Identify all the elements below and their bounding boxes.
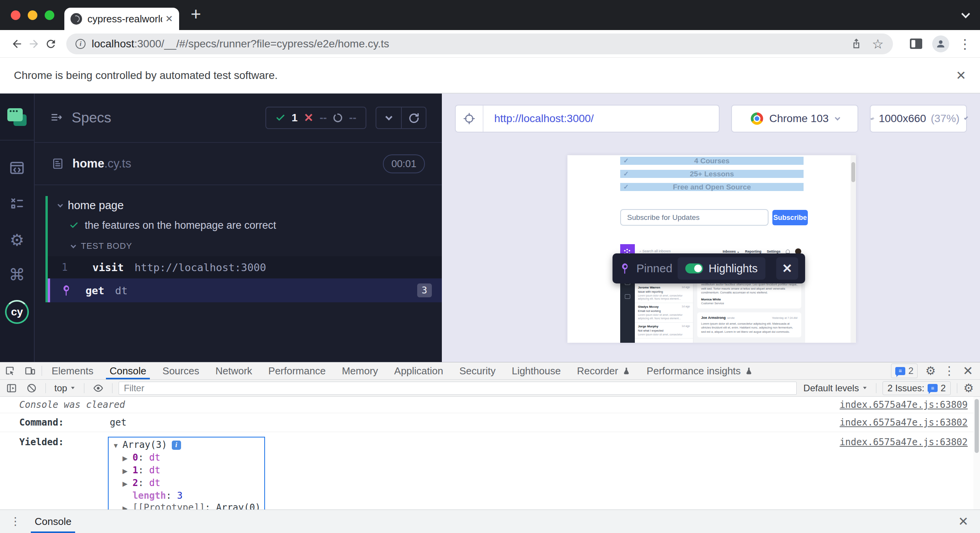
tab-performance-insights[interactable]: Performance insights [639,362,761,379]
list-item[interactable]: Gladys Mccoy1d ago Email not working Lor… [635,303,693,323]
browser-selector[interactable]: Chrome 103 [731,105,858,132]
browser-tab[interactable]: cypress-realworld-testing-cou ✕ [64,8,179,30]
spec-file-row[interactable]: home.cy.ts 00:01 [35,143,442,185]
tooltip-close-button[interactable]: ✕ [776,257,798,280]
reload-button[interactable] [42,35,59,52]
aut-scrollbar-thumb[interactable] [851,162,855,182]
settings-gear-icon[interactable]: ⚙ [10,232,24,248]
command-row-get-pinned[interactable]: get dt 3 [48,278,442,302]
viewport-selector[interactable]: 1000x660 (37%) [870,105,967,132]
devtools-menu-icon[interactable]: ⋮ [943,365,955,377]
browser-menu-icon[interactable]: ⋮ [958,37,972,50]
console-sidebar-icon[interactable] [4,380,19,396]
tab-search-chevron-icon[interactable] [962,10,970,18]
side-panel-icon[interactable] [910,39,922,49]
test-results-icon[interactable] [9,196,25,212]
tab-elements[interactable]: Elements [44,362,101,379]
drawer-close-icon[interactable]: ✕ [958,515,968,528]
close-window-button[interactable] [11,10,20,20]
tab-performance[interactable]: Performance [260,362,334,379]
clear-console-icon[interactable] [24,380,39,396]
nav-inboxes[interactable]: Inboxes ⌄ [723,250,740,253]
console-scrollbar[interactable] [973,397,980,510]
list-item[interactable]: Jorge Murphy1d ago Not what I expected L… [635,323,693,339]
device-toolbar-icon[interactable] [20,362,40,379]
live-expression-eye-icon[interactable] [91,380,106,396]
collapse-all-button[interactable] [376,107,401,128]
issues-counter-button[interactable]: ≡ 2 [891,364,918,378]
console-settings-gear-icon[interactable]: ⚙ [963,382,974,394]
command-count-badge: 3 [417,283,432,297]
array-item[interactable]: ▶2: dt [112,477,260,490]
source-link[interactable]: index.6575a47e.js:63802 [840,432,980,448]
issues-button[interactable]: 2 Issues: ≡ 2 [883,381,951,395]
minimize-window-button[interactable] [28,10,37,20]
aut-scrollbar[interactable] [851,155,856,343]
maximize-window-button[interactable] [45,10,54,20]
test-row[interactable]: the features on the homepage are correct [48,215,442,236]
tab-lighthouse[interactable]: Lighthouse [503,362,569,379]
site-info-icon[interactable]: i [76,39,86,49]
back-button[interactable] [8,35,25,52]
info-icon[interactable]: i [172,441,181,450]
devtools: Elements Console Sources Network Perform… [0,362,980,510]
rerun-tests-button[interactable] [401,107,426,128]
highlights-toggle-pill[interactable]: Highlights [678,257,765,280]
keyboard-shortcuts-icon[interactable]: ⌘ [9,267,25,283]
test-body-row[interactable]: TEST BODY [48,236,442,256]
source-link[interactable]: index.6575a47e.js:63802 [840,413,980,428]
suite-row[interactable]: home page [48,196,442,215]
console-scrollbar-thumb[interactable] [975,399,979,453]
yielded-array-object[interactable]: ▼Array(3)i ▶0: dt ▶1: dt ▶2: dt length: … [108,437,265,510]
profile-avatar[interactable] [932,35,949,52]
array-prototype[interactable]: ▶[[Prototype]]: Array(0) [112,502,260,510]
array-item[interactable]: ▶1: dt [112,464,260,477]
issues-count: 2 [941,383,946,394]
command-row-visit[interactable]: 1 visit http://localhost:3000 [48,256,442,278]
bell-icon[interactable] [786,250,790,253]
tab-security[interactable]: Security [451,362,504,379]
devtools-settings-gear-icon[interactable]: ⚙ [925,365,936,377]
aut-url-bar[interactable]: http://localhost:3000/ [455,105,720,132]
tab-network[interactable]: Network [207,362,260,379]
array-header[interactable]: ▼Array(3)i [112,439,260,452]
nav-settings[interactable]: Settings [767,250,780,253]
specs-list-icon[interactable] [50,111,63,124]
infobar-close-icon[interactable]: ✕ [956,69,966,82]
issues-label: 2 Issues: [888,383,925,394]
tab-application[interactable]: Application [386,362,451,379]
list-item[interactable]: Jerome Warren1d ago Issue with reporting… [635,284,693,303]
array-item[interactable]: ▶0: dt [112,452,260,464]
context-selector[interactable]: top [52,383,78,394]
suite-title: home page [68,199,124,212]
highlights-toggle[interactable] [685,263,703,273]
spec-runner-icon[interactable] [9,160,25,176]
inspect-element-icon[interactable] [0,362,20,379]
tab-recorder[interactable]: Recorder [569,362,639,379]
subscribe-input[interactable] [620,209,769,226]
window-titlebar: cypress-realworld-testing-cou ✕ + [0,0,980,30]
tab-memory[interactable]: Memory [334,362,386,379]
log-levels-selector[interactable]: Default levels [801,383,870,394]
drawer-tab-console[interactable]: Console [31,510,75,533]
nav-reporting[interactable]: Reporting [745,250,762,253]
specs-title[interactable]: Specs [72,110,265,126]
console-filter-input[interactable] [119,382,796,395]
forward-button[interactable] [25,35,42,52]
drawer-menu-icon[interactable]: ⋮ [10,518,21,525]
main-area: ⚙ ⌘ cy Specs 1 ✕ -- -- [0,94,980,362]
share-icon[interactable] [851,38,862,50]
tab-close-icon[interactable]: ✕ [165,13,173,24]
selector-playground-icon[interactable] [456,106,483,132]
bookmark-star-icon[interactable]: ☆ [872,37,884,50]
address-bar[interactable]: i localhost:3000/__/#/specs/runner?file=… [66,34,893,54]
new-tab-button[interactable]: + [191,5,201,23]
source-link[interactable]: index.6575a47e.js:63809 [840,397,980,410]
tab-sources[interactable]: Sources [154,362,207,379]
devtools-close-icon[interactable]: ✕ [963,365,973,377]
browsers-icon[interactable] [7,108,27,126]
subscribe-button[interactable]: Subscribe [772,210,808,225]
compose-rail-icon[interactable] [625,294,630,299]
tab-console[interactable]: Console [101,362,154,379]
cypress-logo[interactable]: cy [5,300,29,324]
